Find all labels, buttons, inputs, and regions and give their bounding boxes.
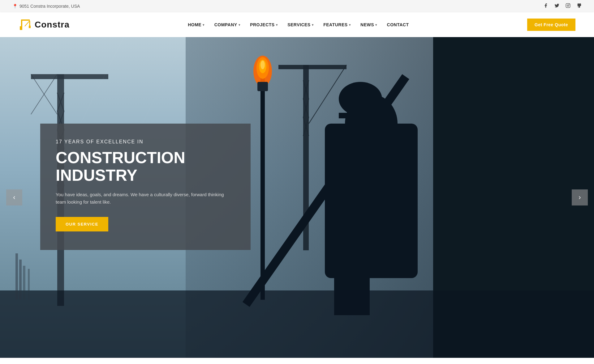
hero-content: 17 YEARS OF EXCELLENCE IN CONSTRUCTION I… (40, 124, 251, 250)
logo[interactable]: Constra (19, 17, 70, 33)
nav-link-projects[interactable]: PROJECTS ▾ (246, 20, 282, 30)
home-dropdown-arrow: ▾ (203, 23, 204, 27)
nav-link-services[interactable]: SERVICES ▾ (283, 20, 318, 30)
svg-line-6 (25, 21, 30, 26)
svg-line-25 (31, 74, 57, 114)
social-links (543, 3, 582, 9)
svg-point-43 (259, 60, 266, 73)
svg-point-39 (322, 127, 359, 158)
logo-icon (19, 17, 32, 33)
svg-point-41 (253, 56, 272, 87)
svg-rect-54 (19, 260, 22, 300)
github-icon[interactable] (577, 3, 582, 9)
svg-line-35 (303, 117, 309, 136)
our-service-button[interactable]: OUR SERVICE (56, 217, 108, 231)
svg-point-2 (569, 4, 569, 5)
svg-rect-45 (257, 82, 268, 91)
svg-rect-5 (21, 19, 30, 21)
nav-link-features[interactable]: FEATURES ▾ (319, 20, 355, 30)
projects-dropdown-arrow: ▾ (276, 23, 278, 27)
hero-description: You have ideas, goals, and dreams. We ha… (56, 191, 229, 206)
location-icon: 📍 (12, 4, 18, 9)
svg-rect-55 (23, 266, 25, 300)
slider-prev-button[interactable]: ‹ (6, 189, 22, 205)
right-arrow-icon: › (579, 193, 581, 201)
company-dropdown-arrow: ▾ (239, 23, 240, 27)
twitter-icon[interactable] (554, 3, 559, 9)
slider-next-button[interactable]: › (572, 189, 588, 205)
svg-rect-56 (28, 269, 30, 300)
nav-item-home[interactable]: HOME ▾ (183, 20, 209, 30)
svg-line-34 (303, 117, 309, 136)
svg-rect-46 (340, 179, 377, 272)
svg-point-1 (567, 5, 569, 6)
svg-rect-52 (0, 290, 594, 358)
hero-title: CONSTRUCTION INDUSTRY (56, 149, 232, 184)
nav-link-contact[interactable]: CONTACT (383, 20, 413, 30)
instagram-icon[interactable] (566, 3, 570, 9)
svg-rect-49 (243, 74, 409, 307)
nav-item-features[interactable]: FEATURES ▾ (319, 20, 355, 30)
svg-line-26 (31, 74, 57, 114)
svg-rect-12 (31, 74, 108, 79)
svg-point-42 (256, 57, 269, 79)
hero-section: 17 YEARS OF EXCELLENCE IN CONSTRUCTION I… (0, 37, 594, 358)
svg-rect-0 (566, 3, 570, 7)
svg-line-29 (309, 65, 346, 124)
nav-menu: HOME ▾ COMPANY ▾ PROJECTS ▾ SERVICES ▾ F (183, 20, 413, 30)
nav-item-company[interactable]: COMPANY ▾ (210, 20, 245, 30)
svg-line-30 (303, 80, 309, 99)
svg-point-36 (345, 94, 398, 153)
news-dropdown-arrow: ▾ (375, 23, 377, 27)
nav-item-news[interactable]: NEWS ▾ (356, 20, 381, 30)
svg-rect-47 (334, 253, 353, 315)
services-dropdown-arrow: ▾ (312, 23, 314, 27)
svg-rect-53 (15, 253, 18, 300)
svg-rect-48 (353, 260, 370, 315)
svg-rect-40 (260, 68, 265, 300)
svg-rect-27 (303, 65, 309, 250)
nav-item-contact[interactable]: CONTACT (383, 20, 413, 30)
topbar: 📍 9051 Constra Incorporate, USA (0, 0, 594, 12)
nav-item-services[interactable]: SERVICES ▾ (283, 20, 318, 30)
svg-rect-50 (325, 124, 418, 278)
hero-subtitle: 17 YEARS OF EXCELLENCE IN (56, 139, 232, 145)
svg-rect-51 (433, 37, 594, 358)
navbar: Constra HOME ▾ COMPANY ▾ PROJECTS ▾ SERV… (0, 12, 594, 37)
nav-link-home[interactable]: HOME ▾ (183, 20, 209, 30)
facebook-icon[interactable] (543, 3, 548, 9)
features-dropdown-arrow: ▾ (349, 23, 351, 27)
nav-link-company[interactable]: COMPANY ▾ (210, 20, 245, 30)
svg-line-31 (303, 80, 309, 99)
address-text: 9051 Constra Incorporate, USA (19, 4, 80, 9)
svg-rect-8 (29, 26, 31, 28)
svg-point-37 (339, 82, 382, 116)
svg-point-44 (260, 61, 265, 69)
svg-rect-38 (339, 113, 382, 118)
get-free-quote-button[interactable]: Get Free Quote (527, 19, 575, 31)
left-arrow-icon: ‹ (13, 193, 15, 201)
svg-line-13 (57, 93, 64, 111)
svg-line-33 (303, 99, 309, 117)
logo-text: Constra (35, 20, 70, 30)
svg-rect-28 (278, 65, 346, 69)
svg-line-32 (303, 99, 309, 117)
address-bar: 📍 9051 Constra Incorporate, USA (12, 4, 80, 9)
svg-line-15 (57, 93, 64, 111)
nav-link-news[interactable]: NEWS ▾ (356, 20, 381, 30)
nav-item-projects[interactable]: PROJECTS ▾ (246, 20, 282, 30)
